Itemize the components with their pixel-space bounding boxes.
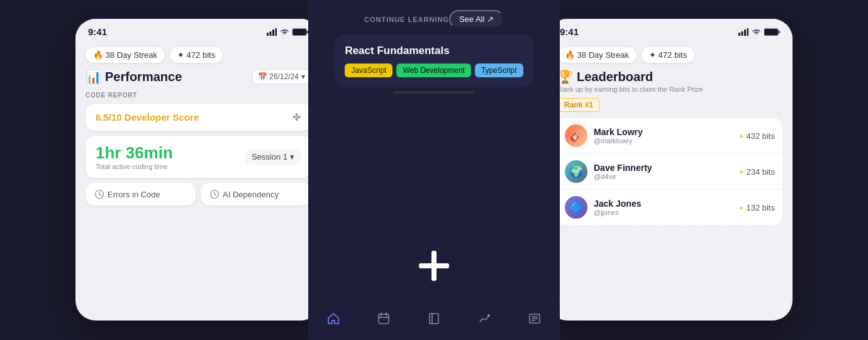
leader-list: 🎸 Mark Lowry @marklowry ✦ 432 bits 🌍 Dav…	[557, 118, 782, 225]
bottom-badges: Errors in Code AI Dependency	[86, 183, 311, 206]
chevron-down-icon-2: ▾	[290, 152, 294, 162]
time-value: 1hr 36min	[96, 143, 173, 163]
avatar-dave: 🌍	[565, 160, 587, 183]
right-bits-text: ✦ 472 bits	[649, 50, 687, 60]
right-time: 9:41	[560, 26, 579, 37]
tag-row: JavaScript Web Development TypeScript	[345, 63, 523, 77]
list-icon	[528, 312, 542, 326]
plus-icon	[415, 247, 453, 290]
time-label: Total active coding time	[96, 163, 173, 170]
bits-value-dave: 234 bits	[746, 167, 775, 177]
leaderboard-subtitle: Rank up by earning bits to claim the Ran…	[557, 85, 782, 93]
date-selector[interactable]: 📅 26/12/24 ▾	[252, 69, 311, 84]
leader-handle-jack: @jjones	[594, 209, 732, 216]
plus-symbol	[415, 247, 453, 285]
leader-bits-jack: ✦ 132 bits	[738, 203, 775, 212]
nav-book[interactable]	[423, 307, 445, 330]
svg-line-11	[214, 194, 216, 195]
see-all-button[interactable]: See All ↗	[449, 10, 504, 28]
svg-rect-29	[764, 29, 778, 35]
svg-rect-25	[738, 33, 740, 36]
svg-rect-4	[292, 29, 306, 35]
leaderboard-title-text: Leaderboard	[577, 70, 653, 84]
expand-icon[interactable]: ✤	[292, 111, 301, 123]
svg-rect-2	[272, 30, 274, 36]
svg-line-8	[99, 194, 101, 195]
svg-rect-18	[430, 314, 438, 324]
nav-home[interactable]	[322, 307, 345, 330]
time-card: 1hr 36min Total active coding time Sessi…	[86, 136, 311, 178]
battery-icon	[292, 28, 308, 36]
leader-name-mark: Mark Lowry	[594, 127, 732, 137]
leader-info-mark: Mark Lowry @marklowry	[594, 127, 732, 145]
left-phone: 9:41 🔥 38 Day Streak ✦ 472 bits 📊	[75, 19, 321, 321]
wifi-icon-right	[752, 28, 761, 36]
course-title: React Fundamentals	[345, 45, 523, 57]
tag-web-dev[interactable]: Web Development	[396, 63, 471, 77]
errors-label: Errors in Code	[108, 190, 160, 199]
tag-javascript[interactable]: JavaScript	[345, 63, 392, 77]
left-time: 9:41	[88, 26, 107, 37]
right-status-bar: 9:41	[547, 19, 793, 41]
leader-name-jack: Jack Jones	[594, 199, 732, 209]
leader-item-jack: 🔷 Jack Jones @jjones ✦ 132 bits	[557, 190, 782, 225]
left-streak-row: 🔥 38 Day Streak ✦ 472 bits	[86, 47, 311, 63]
svg-rect-3	[275, 28, 277, 36]
left-streak-badge: 🔥 38 Day Streak	[86, 47, 165, 63]
leader-item-mark: 🎸 Mark Lowry @marklowry ✦ 432 bits	[557, 118, 782, 154]
ai-badge[interactable]: AI Dependency	[201, 183, 311, 206]
continue-learning-header: CONTINUE LEARNING See All ↗	[352, 0, 516, 35]
avatar-jack: 🔷	[565, 196, 587, 219]
battery-icon-right	[764, 28, 780, 36]
time-info: 1hr 36min Total active coding time	[96, 143, 173, 170]
left-status-bar: 9:41	[75, 19, 321, 41]
right-status-icons	[738, 28, 780, 36]
continue-label: CONTINUE LEARNING	[364, 16, 449, 23]
leader-info-dave: Dave Finnerty @d4ve	[594, 163, 732, 180]
leader-item-dave: 🌍 Dave Finnerty @d4ve ✦ 234 bits	[557, 154, 782, 190]
right-bits-badge: ✦ 472 bits	[642, 47, 694, 63]
leader-bits-dave: ✦ 234 bits	[738, 167, 775, 177]
errors-badge[interactable]: Errors in Code	[86, 183, 196, 206]
session-selector[interactable]: Session 1 ▾	[245, 149, 301, 165]
nav-chart[interactable]	[473, 307, 496, 330]
right-streak-row: 🔥 38 Day Streak ✦ 472 bits	[557, 47, 782, 63]
chart-icon	[477, 312, 491, 326]
leader-handle-mark: @marklowry	[594, 137, 732, 145]
date-value: 📅 26/12/24	[258, 72, 299, 81]
performance-title-row: 📊 Performance	[86, 69, 182, 84]
leaderboard-title: 🏆 Leaderboard	[557, 69, 782, 84]
left-streak-text: 🔥 38 Day Streak	[93, 50, 157, 60]
right-streak-text: 🔥 38 Day Streak	[565, 50, 629, 60]
leader-handle-dave: @d4ve	[594, 173, 732, 180]
calendar-icon	[377, 312, 391, 326]
left-status-icons	[267, 28, 308, 36]
tag-typescript[interactable]: TypeScript	[475, 63, 523, 77]
bits-value-jack: 132 bits	[746, 203, 775, 212]
score-text: 6.5/10 Developer Score	[96, 112, 199, 123]
signal-icon-right	[738, 28, 748, 36]
home-icon	[326, 312, 340, 326]
avatar-mark: 🎸	[565, 124, 587, 147]
wifi-icon	[280, 28, 289, 36]
svg-rect-14	[379, 314, 389, 324]
leader-name-dave: Dave Finnerty	[594, 163, 732, 173]
nav-bar	[308, 298, 560, 340]
code-report-label: CODE REPORT	[86, 92, 311, 99]
right-streak-badge: 🔥 38 Day Streak	[557, 47, 637, 63]
performance-header: 📊 Performance 📅 26/12/24 ▾	[86, 69, 311, 84]
bits-star-jack: ✦	[738, 204, 746, 212]
svg-rect-27	[744, 30, 746, 36]
nav-list[interactable]	[523, 307, 546, 330]
rank-badge: Rank #1	[557, 98, 600, 112]
score-card: 6.5/10 Developer Score ✤	[86, 104, 311, 131]
leader-info-jack: Jack Jones @jjones	[594, 199, 732, 216]
svg-rect-13	[419, 263, 449, 268]
svg-rect-26	[742, 31, 743, 36]
center-panel: CONTINUE LEARNING See All ↗ React Fundam…	[308, 0, 560, 340]
app-layout: 9:41 🔥 38 Day Streak ✦ 472 bits 📊	[0, 0, 868, 340]
nav-calendar[interactable]	[372, 307, 395, 330]
right-content: 🔥 38 Day Streak ✦ 472 bits 🏆 Leaderboard…	[547, 47, 793, 235]
performance-icon: 📊	[86, 69, 101, 84]
bits-star-mark: ✦	[738, 133, 746, 140]
